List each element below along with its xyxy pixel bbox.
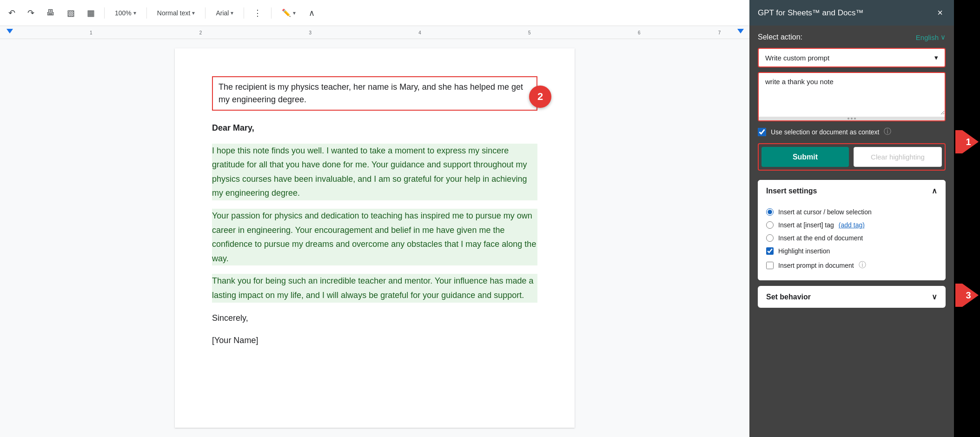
redo-button[interactable]: ↷ <box>25 6 37 20</box>
doc-paragraph-3: Thank you for being such an incredible t… <box>212 274 537 302</box>
radio-end: Insert at the end of document <box>766 232 937 245</box>
selected-text-container: The recipient is my physics teacher, her… <box>212 76 537 111</box>
radio-tag-label: Insert at [insert] tag <box>778 221 834 229</box>
ruler-right-marker <box>737 29 744 33</box>
radio-tag-input[interactable] <box>766 221 774 229</box>
zoom-chevron: ▾ <box>133 10 136 16</box>
font-value: Arial <box>216 9 229 17</box>
insert-settings-chevron: ∧ <box>932 186 937 195</box>
badge-1: 1 <box>955 130 979 153</box>
toolbar-divider-4 <box>244 7 244 19</box>
ruler-mark-7: 7 <box>718 30 721 35</box>
radio-tag: Insert at [insert] tag (add tag) <box>766 218 937 232</box>
doc-page: The recipient is my physics teacher, her… <box>175 48 575 428</box>
font-selector[interactable]: Arial ▾ <box>212 7 237 19</box>
insert-settings-header[interactable]: Insert settings ∧ <box>758 180 946 202</box>
ruler-mark-6: 6 <box>638 30 641 35</box>
set-behavior-label: Set behavior <box>766 293 811 301</box>
prompt-in-doc-row: Insert prompt in document ⓘ <box>766 258 937 273</box>
ruler-mark-5: 5 <box>528 30 531 35</box>
highlight-row: Highlight insertion <box>766 245 937 258</box>
radio-cursor: Insert at cursor / below selection <box>766 205 937 218</box>
dropdown-value: Write custom prompt <box>765 54 829 62</box>
font-chevron: ▾ <box>231 10 233 16</box>
panel-title: GPT for Sheets™ and Docs™ <box>758 8 863 18</box>
panel-body: Select action: English ∨ Write custom pr… <box>749 26 954 437</box>
collapse-button[interactable]: ∧ <box>306 6 318 20</box>
doc-paragraph-1: I hope this note finds you well. I wante… <box>212 144 537 200</box>
submit-button[interactable]: Submit <box>761 147 849 167</box>
context-row: Use selection or document as context ⓘ <box>758 127 946 137</box>
insert-settings-body: Insert at cursor / below selection Inser… <box>758 202 946 280</box>
gpt-panel: GPT for Sheets™ and Docs™ × Select actio… <box>749 0 954 437</box>
ruler: 1 2 3 4 5 6 7 <box>0 26 749 39</box>
prompt-in-doc-checkbox[interactable] <box>766 262 774 269</box>
language-chevron: ∨ <box>940 33 946 41</box>
badge-2: 2 <box>529 86 551 108</box>
insert-settings-section: Insert settings ∧ Insert at cursor / bel… <box>758 180 946 280</box>
side-badges: 1 3 <box>954 0 980 437</box>
pen-chevron: ▾ <box>293 10 296 16</box>
selected-text: The recipient is my physics teacher, her… <box>212 76 537 111</box>
radio-end-label: Insert at the end of document <box>778 234 863 242</box>
radio-cursor-label: Insert at cursor / below selection <box>778 208 872 216</box>
pen-icon: ✏️ <box>282 8 291 17</box>
spell-check-button[interactable]: ▧ <box>64 6 78 20</box>
radio-end-input[interactable] <box>766 234 774 242</box>
radio-cursor-input[interactable] <box>766 208 774 216</box>
toolbar-divider-1 <box>104 7 105 19</box>
resize-handle[interactable] <box>759 117 945 120</box>
action-label: Select action: <box>758 33 802 41</box>
add-tag-link[interactable]: (add tag) <box>839 221 865 229</box>
print-button[interactable]: 🖶 <box>44 6 58 20</box>
prompt-input[interactable]: write a thank you note <box>759 73 945 115</box>
set-behavior-header[interactable]: Set behavior ∨ <box>758 286 946 308</box>
clear-button[interactable]: Clear highlighting <box>854 147 942 167</box>
zoom-selector[interactable]: 100% ▾ <box>111 7 140 19</box>
highlight-checkbox[interactable] <box>766 247 774 255</box>
action-row: Select action: English ∨ <box>758 33 946 41</box>
ruler-mark-3: 3 <box>309 30 312 35</box>
insert-settings-label: Insert settings <box>766 187 817 195</box>
toolbar: ↶ ↷ 🖶 ▧ ▦ 100% ▾ Normal text ▾ Arial ▾ ⋮… <box>0 0 749 26</box>
panel-header: GPT for Sheets™ and Docs™ × <box>749 0 954 26</box>
action-dropdown[interactable]: Write custom prompt ▾ <box>758 48 946 67</box>
zoom-value: 100% <box>115 9 132 17</box>
prompt-in-doc-label: Insert prompt in document <box>778 262 854 269</box>
doc-closing: Sincerely, [Your Name] <box>212 311 537 348</box>
set-behavior-chevron: ∨ <box>932 292 937 301</box>
highlight-label: Highlight insertion <box>778 247 830 255</box>
text-style-chevron: ▾ <box>192 10 195 16</box>
submit-row: Submit Clear highlighting <box>758 143 946 171</box>
undo-button[interactable]: ↶ <box>6 6 18 20</box>
language-value: English <box>916 33 939 41</box>
language-selector[interactable]: English ∨ <box>916 33 946 41</box>
doc-greeting: Dear Mary, <box>212 121 537 135</box>
resize-dots <box>848 118 856 119</box>
pen-mode-button[interactable]: ✏️ ▾ <box>278 7 299 19</box>
set-behavior-section: Set behavior ∨ <box>758 286 946 308</box>
ruler-mark-1: 1 <box>90 30 93 35</box>
context-label: Use selection or document as context <box>771 128 879 136</box>
badge-3: 3 <box>955 284 979 307</box>
text-style-value: Normal text <box>157 9 191 17</box>
text-style-selector[interactable]: Normal text ▾ <box>153 7 199 19</box>
doc-content: The recipient is my physics teacher, her… <box>0 39 749 437</box>
close-button[interactable]: × <box>934 7 946 19</box>
ruler-mark-2: 2 <box>199 30 202 35</box>
paint-format-button[interactable]: ▦ <box>84 6 98 20</box>
ruler-mark-4: 4 <box>418 30 421 35</box>
doc-paragraph-2: Your passion for physics and dedication … <box>212 209 537 265</box>
prompt-area: write a thank you note <box>758 72 946 121</box>
prompt-in-doc-info-icon[interactable]: ⓘ <box>859 260 866 270</box>
toolbar-divider-5 <box>271 7 271 19</box>
more-options-button[interactable]: ⋮ <box>251 6 265 20</box>
toolbar-divider-2 <box>146 7 147 19</box>
context-checkbox[interactable] <box>758 128 766 136</box>
dropdown-chevron: ▾ <box>934 53 938 62</box>
info-icon[interactable]: ⓘ <box>884 127 891 137</box>
toolbar-divider-3 <box>205 7 205 19</box>
